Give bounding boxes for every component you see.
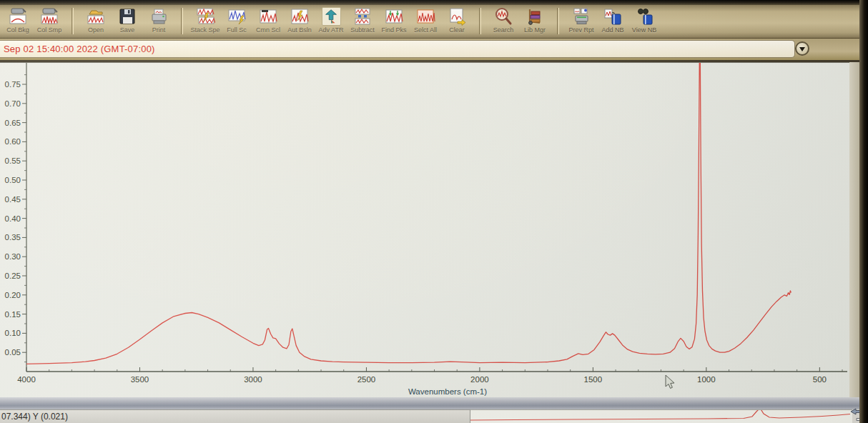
- x-tick-label: 2500: [357, 375, 376, 384]
- y-tick-label: 0.70: [5, 99, 21, 108]
- main-toolbar: Col Bkg Col Smp Open Save Print Stack Sp…: [0, 5, 859, 39]
- x-axis-title: Wavenumbers (cm-1): [408, 387, 487, 396]
- toolbar-separator: [479, 8, 481, 34]
- toolbar-label: View NB: [628, 26, 660, 34]
- toolbar-label: Col Bkg: [2, 26, 34, 34]
- toolbar-label: Adv ATR: [315, 26, 347, 34]
- next-spectrum-pane: [470, 409, 852, 423]
- y-tick-label: 0.30: [5, 252, 21, 261]
- toolbar-button-find-pks[interactable]: Find Pks: [378, 7, 410, 34]
- mini-spectrum-curve: [470, 410, 850, 420]
- toolbar-button-clear[interactable]: Clear: [441, 7, 473, 34]
- toolbar-button-full-sc[interactable]: Full Sc: [221, 7, 252, 34]
- y-tick-label: 0.60: [5, 137, 21, 146]
- pane-right-margin: [849, 62, 859, 397]
- search-icon: [494, 7, 513, 26]
- x-tick-label: 1000: [697, 375, 716, 384]
- toolbar-button-subtract[interactable]: Subtract: [347, 7, 378, 34]
- toolbar-button-prev-rpt[interactable]: Prev Rpt: [566, 7, 597, 34]
- toolbar-label: Cmn Scl: [252, 26, 284, 34]
- auto-baseline-icon: [290, 7, 310, 26]
- library-manager-icon: [526, 7, 545, 26]
- toolbar-label: Subtract: [347, 26, 378, 34]
- spectrum-chart: 0.050.100.150.200.250.300.350.400.450.50…: [0, 63, 849, 398]
- y-tick-label: 0.15: [5, 310, 21, 319]
- y-tick-label: 0.35: [5, 233, 21, 242]
- toolbar-label: Search: [488, 26, 519, 34]
- x-tick-label: 4000: [17, 375, 36, 384]
- y-tick-label: 0.75: [5, 80, 21, 89]
- toolbar-separator: [181, 8, 183, 34]
- preview-report-icon: [572, 7, 591, 26]
- y-tick-label: 0.05: [5, 348, 21, 357]
- toolbar-label: Save: [112, 26, 143, 34]
- toolbar-label: Open: [80, 26, 112, 34]
- mouse-cursor: [665, 374, 676, 390]
- toolbar-button-adv-atr[interactable]: Adv ATR: [315, 7, 347, 34]
- spectrum-curve: [26, 63, 791, 364]
- add-notebook-icon: [603, 7, 623, 26]
- full-scale-icon: [227, 7, 247, 26]
- open-icon: [87, 7, 106, 26]
- view-notebook-icon: [635, 7, 654, 26]
- toolbar-button-view-nb[interactable]: View NB: [628, 7, 660, 34]
- toolbar-label: Lib Mgr: [519, 26, 551, 34]
- x-tick-label: 2000: [470, 375, 489, 384]
- toolbar-label: Find Pks: [378, 26, 410, 34]
- toolbar-button-save[interactable]: Save: [112, 7, 143, 34]
- toolbar-label: Prev Rpt: [566, 26, 597, 34]
- toolbar-button-selct-all[interactable]: Selct All: [410, 7, 441, 34]
- toolbar-button-aut-bsln[interactable]: Aut Bsln: [284, 7, 315, 34]
- y-tick-label: 0.10: [5, 329, 21, 337]
- screen-right-bezel: [859, 0, 868, 423]
- toolbar-button-col-bkg[interactable]: Col Bkg: [2, 7, 34, 34]
- mini-spectrum-preview: [470, 410, 852, 423]
- cursor-position-readout: 07.344) Y (0.021): [0, 409, 470, 423]
- print-icon: [149, 7, 169, 26]
- toolbar-button-search[interactable]: Search: [488, 7, 519, 34]
- chevron-down-icon: [799, 47, 805, 51]
- x-tick-label: 3500: [131, 375, 149, 384]
- toolbar-label: Stack Spe: [189, 26, 221, 34]
- toolbar-label: Aut Bsln: [284, 26, 315, 34]
- toolbar-button-cmn-scl[interactable]: Cmn Scl: [252, 7, 284, 34]
- common-scale-icon: [259, 7, 278, 26]
- x-tick-label: 1500: [584, 375, 603, 384]
- y-tick-label: 0.40: [5, 214, 21, 223]
- toolbar-button-print[interactable]: Print: [143, 7, 174, 34]
- stack-spectra-icon: [196, 7, 215, 26]
- y-tick-label: 0.25: [5, 272, 21, 280]
- subtract-icon: [353, 7, 373, 26]
- toolbar-button-col-smp[interactable]: Col Smp: [34, 7, 65, 34]
- toolbar-label: Selct All: [410, 26, 441, 34]
- toolbar-button-open[interactable]: Open: [80, 7, 112, 34]
- spectrum-dropdown-button[interactable]: [795, 41, 809, 56]
- timestamp-bar: Sep 02 15:40:00 2022 (GMT-07:00): [0, 40, 795, 58]
- toolbar-label: Print: [143, 26, 174, 34]
- toolbar-separator: [71, 8, 74, 34]
- y-tick-label: 0.55: [5, 156, 21, 165]
- y-tick-label: 0.65: [5, 119, 21, 127]
- collect-background-icon: [9, 7, 28, 26]
- clear-icon: [448, 7, 467, 26]
- toolbar-label: Full Sc: [221, 26, 252, 34]
- advanced-atr-icon: [322, 7, 341, 26]
- find-peaks-icon: [385, 7, 404, 26]
- toolbar-label: Col Smp: [34, 26, 65, 34]
- y-tick-label: 0.50: [5, 176, 21, 184]
- toolbar-button-add-nb[interactable]: Add NB: [597, 7, 628, 34]
- window-divider-band[interactable]: [0, 397, 859, 409]
- spectrum-chart-pane: 0.050.100.150.200.250.300.350.400.450.50…: [0, 62, 849, 398]
- toolbar-separator: [557, 8, 559, 34]
- toolbar-label: Add NB: [597, 26, 628, 34]
- timestamp-row: Sep 02 15:40:00 2022 (GMT-07:00): [0, 39, 859, 60]
- screen-top-bezel: [0, 0, 868, 5]
- toolbar-button-lib-mgr[interactable]: Lib Mgr: [519, 7, 551, 34]
- x-tick-label: 500: [813, 375, 827, 384]
- timestamp-text: Sep 02 15:40:00 2022 (GMT-07:00): [0, 44, 155, 54]
- x-tick-label: 3000: [244, 375, 262, 384]
- y-tick-label: 0.20: [5, 291, 21, 299]
- collect-sample-icon: [40, 7, 59, 26]
- select-all-icon: [416, 7, 435, 26]
- toolbar-button-stack-spe[interactable]: Stack Spe: [189, 7, 221, 34]
